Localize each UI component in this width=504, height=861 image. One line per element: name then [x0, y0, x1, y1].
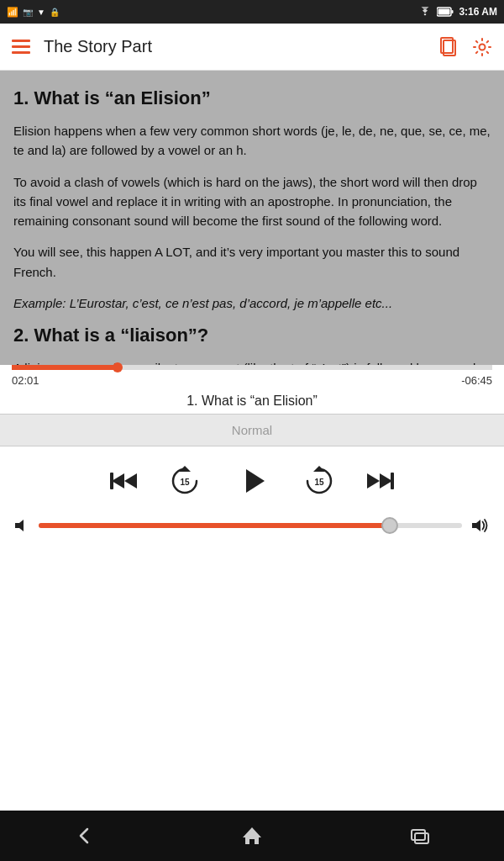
svg-marker-12: [179, 466, 191, 472]
svg-point-8: [480, 44, 486, 50]
svg-marker-21: [472, 520, 480, 531]
back-button[interactable]: [72, 824, 96, 848]
volume-bar[interactable]: [39, 523, 462, 528]
section1-heading: 1. What is “an Elision”: [13, 87, 491, 109]
svg-marker-14: [246, 469, 265, 493]
skip-forward-button[interactable]: [364, 465, 396, 497]
replay15-button[interactable]: 15: [167, 463, 202, 499]
notification-icon4: 🔒: [50, 8, 60, 17]
notification-icon1: 📶: [7, 7, 18, 18]
svg-rect-5: [12, 51, 30, 54]
svg-marker-20: [15, 520, 24, 531]
svg-marker-18: [380, 473, 392, 489]
svg-text:15: 15: [314, 478, 324, 487]
paragraph1: Elision happens when a few very common s…: [13, 121, 491, 161]
play-button[interactable]: [229, 458, 275, 504]
seek-bar[interactable]: [12, 365, 492, 370]
time-display: 3:16 AM: [459, 6, 497, 18]
seek-bar-fill: [12, 365, 118, 370]
recents-button[interactable]: [408, 824, 432, 848]
svg-marker-17: [367, 473, 380, 489]
example-text: Example: L’Eurostar, c’est, ce n’est pas…: [13, 293, 491, 313]
speed-label: Normal: [232, 423, 272, 437]
time-row: 02:01 -06:45: [12, 370, 492, 390]
svg-rect-24: [415, 833, 428, 843]
progress-area: 02:01 -06:45 1. What is “an Elision”: [0, 365, 504, 414]
svg-rect-4: [12, 45, 30, 48]
svg-rect-1: [452, 10, 454, 13]
svg-rect-23: [412, 830, 425, 840]
svg-rect-3: [12, 40, 30, 42]
battery-icon: [437, 7, 454, 17]
paragraph2: To avoid a clash of vowels (which is har…: [13, 172, 491, 231]
notification-icon3: ▼: [37, 8, 45, 17]
volume-low-button[interactable]: [13, 517, 30, 534]
app-title: The Story Part: [44, 37, 440, 56]
app-bar: The Story Part: [0, 24, 504, 71]
notification-icon2: 📷: [23, 8, 33, 17]
nav-bar: [0, 811, 504, 861]
speed-selector[interactable]: Normal: [0, 414, 504, 446]
volume-area: [0, 512, 504, 546]
svg-rect-19: [391, 473, 394, 489]
current-time: 02:01: [12, 374, 39, 387]
seek-thumb: [113, 362, 123, 372]
controls-area: 15 15: [0, 446, 504, 512]
home-button[interactable]: [240, 824, 264, 848]
volume-thumb: [381, 517, 398, 534]
spacer: [0, 546, 504, 811]
svg-rect-11: [110, 473, 113, 489]
status-bar: 📶 📷 ▼ 🔒 3:16 AM: [0, 0, 504, 24]
section2-heading: 2. What is a “liaison”?: [13, 325, 491, 346]
svg-marker-10: [124, 473, 137, 489]
track-title: 1. What is “an Elision”: [12, 390, 492, 414]
paragraph3: You will see, this happen A LOT, and it’…: [13, 242, 491, 282]
remaining-time: -06:45: [461, 374, 492, 387]
svg-marker-9: [112, 473, 124, 489]
svg-rect-2: [438, 9, 450, 15]
wifi-icon: [418, 7, 432, 17]
app-bar-actions: [440, 37, 492, 57]
volume-bar-fill: [39, 523, 390, 528]
menu-button[interactable]: [12, 40, 30, 55]
status-left-icons: 📶 📷 ▼ 🔒: [7, 7, 60, 18]
status-right-icons: 3:16 AM: [418, 6, 497, 18]
skip-back-button[interactable]: [108, 465, 140, 497]
svg-marker-15: [313, 466, 325, 472]
svg-text:15: 15: [180, 478, 190, 487]
volume-high-button[interactable]: [470, 517, 491, 534]
copy-button[interactable]: [440, 37, 459, 57]
svg-marker-22: [243, 827, 261, 844]
forward15-button[interactable]: 15: [302, 463, 337, 499]
settings-button[interactable]: [472, 37, 492, 57]
paragraph4: A liaison occurs when a silent consonant…: [13, 358, 491, 365]
content-area: 1. What is “an Elision” Elision happens …: [0, 71, 504, 365]
